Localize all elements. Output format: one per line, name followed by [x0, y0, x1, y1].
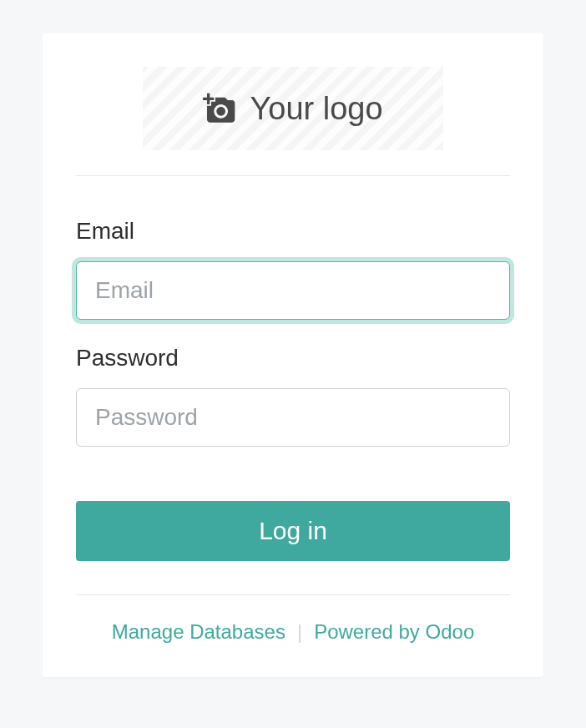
header-divider: [76, 175, 510, 176]
footer-links: Manage Databases | Powered by Odoo: [76, 620, 510, 644]
email-label: Email: [76, 218, 510, 245]
password-label: Password: [76, 345, 510, 372]
email-input[interactable]: [76, 261, 510, 320]
password-input[interactable]: [76, 388, 510, 447]
password-form-group: Password: [76, 345, 510, 447]
email-form-group: Email: [76, 218, 510, 320]
footer-separator: |: [297, 620, 302, 644]
login-card: Your logo Email Password Log in Manage D…: [43, 33, 543, 677]
add-photo-icon: [203, 92, 236, 125]
logo-placeholder-text: Your logo: [250, 91, 382, 127]
logo-placeholder: Your logo: [143, 67, 443, 150]
login-button[interactable]: Log in: [76, 501, 510, 561]
manage-databases-link[interactable]: Manage Databases: [112, 620, 285, 644]
footer-divider: [76, 594, 510, 595]
powered-by-link[interactable]: Powered by Odoo: [314, 620, 474, 644]
